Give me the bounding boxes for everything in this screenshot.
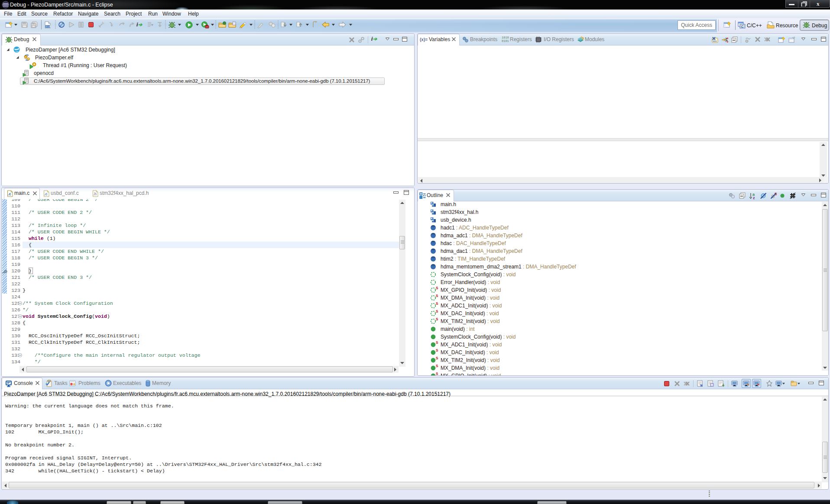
svg-text:.h: .h — [93, 192, 97, 196]
svg-text:.c: .c — [8, 192, 11, 196]
svg-text:C: C — [741, 25, 743, 28]
svg-text:.c: .c — [44, 192, 48, 196]
svg-text:010: 010 — [46, 25, 51, 28]
svg-text:z: z — [753, 196, 755, 200]
